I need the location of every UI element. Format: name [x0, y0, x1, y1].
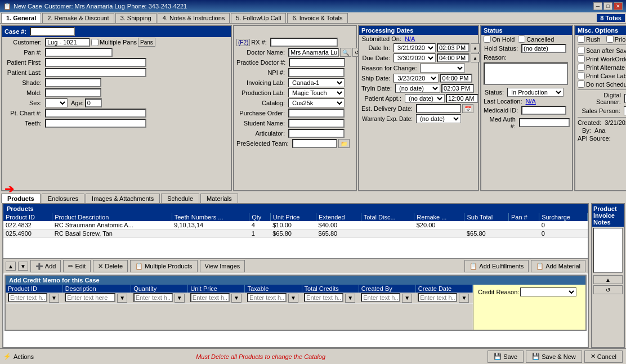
tryin-date-select[interactable]: (no date): [395, 84, 440, 93]
practice-doctor-input[interactable]: [289, 58, 345, 67]
notes-scroll-down-btn[interactable]: ↺: [593, 285, 623, 294]
tab-invoice[interactable]: 6. Invoice & Totals: [287, 13, 347, 23]
multiple-products-button[interactable]: 📋 Multiple Products: [130, 260, 197, 272]
credit-cell-taxable[interactable]: ▼: [245, 293, 302, 303]
minimize-button[interactable]: ─: [593, 2, 602, 10]
patient-last-input[interactable]: [45, 68, 146, 77]
edit-button[interactable]: ✏ Edit: [63, 260, 91, 272]
purchase-order-input[interactable]: [288, 109, 345, 118]
do-not-schedule-checkbox[interactable]: [578, 80, 585, 88]
credit-cell-create-date[interactable]: ▼: [415, 293, 472, 303]
credit-qty-filter-btn[interactable]: ▼: [175, 294, 185, 303]
date-in-select[interactable]: 3/21/2020: [394, 43, 436, 52]
priority-checkbox[interactable]: [606, 35, 614, 43]
save-new-button[interactable]: 💾 Save & New: [526, 350, 582, 363]
tab-shipping[interactable]: 3. Shipping: [115, 13, 157, 23]
teeth-input[interactable]: [45, 119, 146, 128]
credit-create-date-filter-btn[interactable]: ▼: [459, 294, 469, 303]
credit-product-filter-btn[interactable]: ▼: [49, 294, 59, 303]
date-in-time[interactable]: [437, 43, 470, 52]
invoice-notes-content[interactable]: [593, 228, 623, 273]
credit-cell-product-id[interactable]: ▼: [6, 293, 62, 303]
due-date-select[interactable]: 3/30/2020: [394, 53, 436, 62]
credit-cell-qty[interactable]: ▼: [131, 293, 188, 303]
credit-total-credits-input[interactable]: [304, 293, 343, 302]
catalog-select[interactable]: Cus25k: [288, 98, 345, 107]
pt-chart-input[interactable]: [45, 109, 146, 118]
scroll-up-btn[interactable]: ▲: [6, 262, 16, 271]
appt-time[interactable]: [446, 94, 479, 103]
medicaid-input[interactable]: [521, 106, 566, 115]
tab-materials[interactable]: Materials: [200, 194, 238, 203]
date-in-spin-up[interactable]: ▲: [471, 43, 480, 52]
last-loc-val[interactable]: N/A: [526, 98, 536, 105]
credit-memo-row[interactable]: ▼ ▼ ▼: [6, 293, 473, 303]
status-select[interactable]: In Production: [507, 88, 564, 97]
appt-select[interactable]: (no date): [405, 94, 445, 103]
save-button[interactable]: 💾 Save: [488, 350, 524, 363]
tab-images[interactable]: Images & Attachments: [86, 194, 160, 203]
credit-total-credits-filter-btn[interactable]: ▼: [345, 294, 355, 303]
student-input[interactable]: [288, 119, 345, 128]
med-auth-input[interactable]: [519, 118, 570, 127]
pans-button[interactable]: Pans: [138, 38, 155, 47]
sales-person-select[interactable]: Mike Smith: [624, 106, 626, 115]
add-material-button[interactable]: 📋 Add Material: [531, 260, 585, 272]
cancelled-checkbox[interactable]: [518, 35, 525, 43]
customer-input[interactable]: [45, 38, 90, 47]
patient-first-input[interactable]: [45, 58, 146, 67]
hold-status-input[interactable]: [521, 44, 566, 53]
credit-reason-select[interactable]: [520, 287, 576, 296]
articulator-input[interactable]: [288, 129, 345, 138]
add-fulfillments-button[interactable]: 📋 Add Eulfillments: [464, 260, 529, 272]
ship-date-time[interactable]: [440, 74, 472, 83]
case-num-input[interactable]: [30, 27, 75, 36]
due-date-spin-up[interactable]: ▲: [471, 53, 480, 62]
tab-remake[interactable]: 2. Remake & Discount: [42, 13, 114, 23]
doctor-search-btn[interactable]: 🔍: [340, 48, 351, 57]
close-button[interactable]: ✕: [614, 2, 623, 10]
scroll-down-btn[interactable]: ▼: [18, 262, 28, 271]
credit-qty-input[interactable]: [133, 293, 173, 302]
tab-notes[interactable]: 4. Notes & Instructions: [158, 13, 230, 23]
print-case-checkbox[interactable]: [578, 72, 585, 79]
tryin-time[interactable]: [441, 84, 474, 93]
est-delivery-btn[interactable]: 📅: [462, 104, 473, 113]
credit-desc-filter-btn[interactable]: ▼: [117, 294, 127, 303]
doctor-input[interactable]: [288, 48, 339, 57]
sex-select[interactable]: [45, 98, 68, 107]
credit-product-id-input[interactable]: [8, 293, 47, 302]
credit-taxable-input[interactable]: [247, 293, 287, 302]
scan-after-save-checkbox[interactable]: [578, 47, 585, 54]
tab-schedule[interactable]: Schedule: [161, 194, 199, 203]
notes-scroll-up-btn[interactable]: ▲: [593, 275, 623, 284]
age-input[interactable]: [85, 98, 102, 107]
credit-desc-input[interactable]: [65, 293, 115, 302]
rx-input[interactable]: [270, 38, 338, 47]
credit-cell-desc[interactable]: ▼: [62, 293, 131, 303]
credit-created-by-filter-btn[interactable]: ▼: [402, 294, 412, 303]
pan-input[interactable]: [45, 48, 113, 57]
inv-lab-select[interactable]: Canada-1: [288, 78, 345, 87]
products-table-container[interactable]: Product ID Product Description Teeth Num…: [3, 213, 588, 258]
ship-date-select[interactable]: 3/23/2020: [394, 74, 439, 83]
credit-cell-created-by[interactable]: ▼: [359, 293, 415, 303]
preselected-input[interactable]: [292, 139, 337, 148]
credit-taxable-filter-btn[interactable]: ▼: [288, 294, 298, 303]
tab-general[interactable]: 1. General: [1, 13, 41, 23]
due-date-time[interactable]: [437, 53, 470, 62]
reason-textarea[interactable]: [484, 62, 568, 85]
credit-unit-price-filter-btn[interactable]: ▼: [231, 294, 242, 303]
multiple-pans-checkbox[interactable]: [91, 39, 99, 46]
mold-input[interactable]: [45, 88, 101, 97]
table-row[interactable]: 022.4832 RC Straumann Anatomic A... 9,10…: [3, 221, 588, 230]
submitted-val[interactable]: N/A: [405, 35, 415, 42]
print-alt-checkbox[interactable]: [578, 64, 585, 71]
reason-change-select[interactable]: [420, 64, 465, 73]
add-button[interactable]: ➕ Add: [30, 260, 61, 272]
tab-enclosures[interactable]: Enclosures: [42, 194, 84, 203]
tab-followup[interactable]: 5. FollowUp Call: [231, 13, 286, 23]
prod-lab-select[interactable]: Magic Touch: [288, 88, 345, 97]
npi-input[interactable]: [288, 68, 345, 77]
cancel-button[interactable]: ✕ Cancel: [584, 350, 623, 363]
